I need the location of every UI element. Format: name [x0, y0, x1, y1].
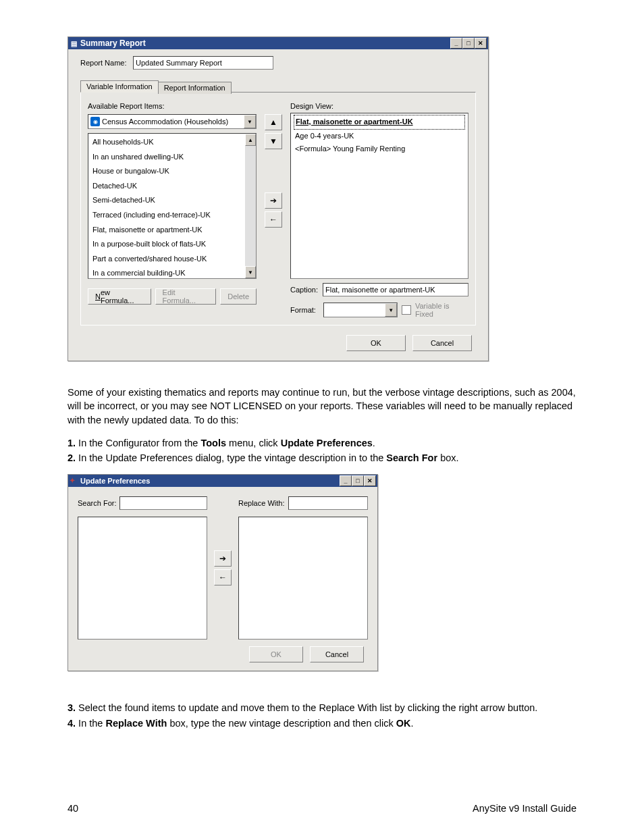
ok-button[interactable]: OK: [249, 646, 303, 662]
list-item[interactable]: Flat, maisonette or apartment-UK: [90, 223, 254, 238]
move-down-button[interactable]: ▼: [265, 133, 282, 149]
window-title: Summary Report: [80, 38, 450, 48]
variable-fixed-checkbox[interactable]: [402, 305, 411, 315]
report-name-input[interactable]: Updated Summary Report: [133, 56, 273, 70]
ok-button[interactable]: OK: [346, 335, 406, 351]
list-item[interactable]: In a commercial building-UK: [90, 266, 254, 279]
body-paragraph: Some of your existing thematics and repo…: [68, 386, 576, 427]
design-view-listbox[interactable]: Flat, maisonette or apartment-UK Age 0-4…: [290, 113, 468, 279]
app-icon: ▤: [70, 39, 78, 47]
doc-title: AnySite v9 Install Guide: [473, 803, 576, 814]
list-item[interactable]: In a purpose-built block of flats-UK: [90, 237, 254, 252]
cancel-button[interactable]: Cancel: [412, 335, 472, 351]
add-right-button[interactable]: ➔: [265, 192, 282, 209]
list-item[interactable]: In an unshared dwelling-UK: [90, 150, 254, 165]
available-items-combo[interactable]: ◉ Census Accommodation (Households) ▼: [88, 114, 257, 129]
list-item[interactable]: Terraced (including end-terrace)-UK: [90, 208, 254, 223]
step-3: 3. Select the found items to update and …: [68, 701, 576, 714]
globe-icon: ◉: [90, 117, 100, 126]
replace-with-label: Replace With:: [238, 499, 288, 507]
chevron-down-icon[interactable]: ▼: [385, 303, 397, 317]
add-right-button[interactable]: ➔: [214, 550, 232, 567]
tab-report-information[interactable]: Report Information: [158, 82, 232, 94]
list-item[interactable]: Detached-UK: [90, 179, 254, 194]
scroll-up-icon[interactable]: ▲: [245, 134, 256, 146]
step-2: 2. In the Update Preferences dialog, typ…: [68, 451, 576, 465]
combo-value: Census Accommodation (Households): [102, 118, 244, 126]
page-number: 40: [68, 803, 78, 814]
remove-left-button[interactable]: ←: [265, 211, 282, 228]
report-name-label: Report Name:: [80, 59, 133, 67]
available-items-label: Available Report Items:: [88, 102, 165, 110]
available-items-listbox[interactable]: All households-UK In an unshared dwellin…: [88, 133, 257, 279]
close-button[interactable]: ✕: [475, 38, 487, 49]
replace-with-input[interactable]: [288, 496, 368, 510]
format-label: Format:: [290, 306, 319, 314]
list-item[interactable]: All households-UK: [90, 135, 254, 150]
list-item[interactable]: Semi-detached-UK: [90, 193, 254, 208]
search-for-label: Search For:: [78, 499, 119, 507]
app-icon: ✦: [70, 477, 78, 485]
scroll-down-icon[interactable]: ▼: [245, 266, 256, 278]
maximize-button[interactable]: □: [462, 38, 475, 49]
update-preferences-window: ✦ Update Preferences _ □ ✕ Search For: ➔: [68, 474, 378, 671]
move-up-button[interactable]: ▲: [265, 114, 282, 130]
titlebar[interactable]: ▤ Summary Report _ □ ✕: [68, 37, 488, 49]
search-results-listbox[interactable]: [78, 517, 207, 640]
titlebar[interactable]: ✦ Update Preferences _ □ ✕: [68, 475, 377, 487]
edit-formula-button[interactable]: Edit Formula...: [155, 288, 217, 305]
design-view-label: Design View:: [290, 102, 333, 110]
step-4: 4. In the Replace With box, type the new…: [68, 716, 576, 730]
minimize-button[interactable]: _: [340, 475, 352, 486]
caption-label: Caption:: [290, 286, 320, 294]
format-combo[interactable]: ▼: [323, 303, 398, 317]
caption-input[interactable]: Flat, maisonette or apartment-UK: [323, 283, 468, 296]
replace-with-listbox[interactable]: [238, 517, 368, 640]
new-formula-button[interactable]: New Formula...: [88, 288, 151, 305]
chevron-down-icon[interactable]: ▼: [244, 115, 256, 128]
search-for-input[interactable]: [119, 496, 207, 510]
design-item-selected[interactable]: Flat, maisonette or apartment-UK: [294, 115, 465, 130]
design-item[interactable]: <Formula> Young Family Renting: [294, 142, 465, 156]
list-item[interactable]: Part a converted/shared house-UK: [90, 252, 254, 267]
close-button[interactable]: ✕: [364, 475, 376, 486]
tab-variable-information[interactable]: Variable Information: [80, 80, 159, 93]
step-1: 1. In the Configurator from the Tools me…: [68, 436, 576, 450]
cancel-button[interactable]: Cancel: [310, 646, 364, 662]
maximize-button[interactable]: □: [352, 475, 364, 486]
variable-fixed-label: Variable is Fixed: [415, 302, 468, 318]
remove-left-button[interactable]: ←: [214, 569, 232, 585]
delete-button[interactable]: Delete: [220, 288, 257, 305]
scrollbar[interactable]: ▲ ▼: [245, 134, 256, 278]
design-item[interactable]: Age 0-4 years-UK: [294, 130, 465, 143]
window-title: Update Preferences: [80, 477, 340, 485]
summary-report-window: ▤ Summary Report _ □ ✕ Report Name: Upda…: [68, 36, 489, 361]
minimize-button[interactable]: _: [450, 38, 462, 49]
list-item[interactable]: House or bungalow-UK: [90, 164, 254, 179]
